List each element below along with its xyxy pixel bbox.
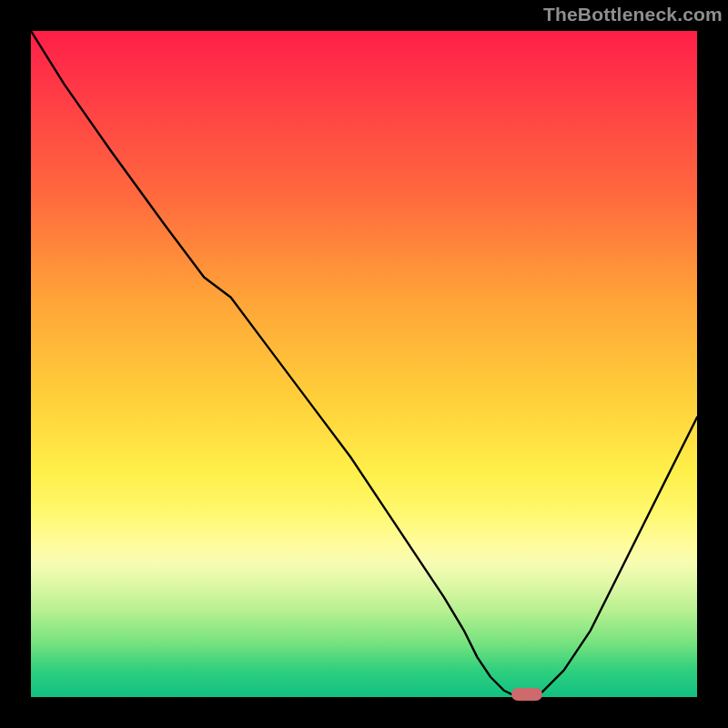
chart-frame: TheBottleneck.com xyxy=(0,0,728,728)
bottleneck-curve xyxy=(31,31,697,697)
chart-plot-area xyxy=(31,31,697,697)
watermark-text: TheBottleneck.com xyxy=(543,4,723,25)
optimal-point-marker xyxy=(511,688,542,701)
